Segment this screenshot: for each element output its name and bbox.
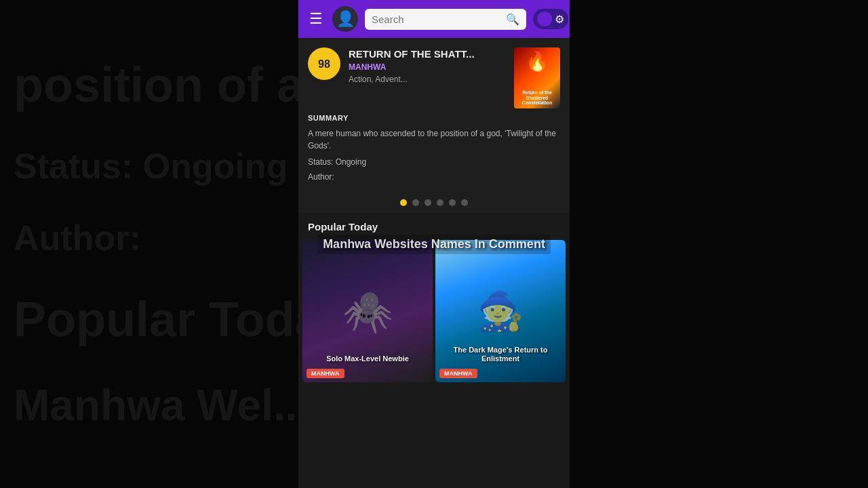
avatar-icon: 👤 — [336, 10, 355, 28]
navbar: ☰ 👤 🔍 ⚙ — [298, 0, 570, 38]
manga-grid: 🕷️ Solo Max-Level Newbie MANHWA 🧙 The Da… — [298, 240, 570, 382]
gear-icon: ⚙ — [555, 13, 564, 26]
cover-fire-icon: 🔥 — [526, 50, 549, 73]
left-dim-overlay — [0, 0, 298, 488]
summary-text: A mere human who ascended to the positio… — [308, 127, 560, 152]
manga-card-title-2: The Dark Mage's Return to Enlistment — [435, 346, 566, 363]
popular-section: Popular Today Manhwa Websites Names In C… — [298, 213, 570, 488]
manga-card-1[interactable]: 🕷️ Solo Max-Level Newbie MANHWA — [302, 240, 433, 382]
menu-icon[interactable]: ☰ — [307, 7, 326, 30]
toggle-dot — [537, 12, 552, 26]
manga-card-title-1: Solo Max-Level Newbie — [302, 354, 433, 363]
search-icon: 🔍 — [506, 13, 519, 26]
manga-badge-1: MANHWA — [307, 369, 344, 378]
popular-header: Popular Today — [298, 213, 570, 240]
featured-genres: Action, Advent... — [349, 75, 506, 84]
summary-label: SUMMARY — [308, 114, 560, 122]
featured-info: RETURN OF THE SHATT... MANHWA Action, Ad… — [349, 47, 506, 84]
carousel-dot-6[interactable] — [461, 199, 468, 206]
rating-number: 98 — [318, 58, 330, 70]
right-dim-overlay — [570, 0, 868, 488]
rating-badge: ★ 98 — [308, 47, 340, 80]
featured-top: ★ 98 RETURN OF THE SHATT... MANHWA Actio… — [308, 47, 560, 108]
carousel-dot-1[interactable] — [400, 199, 407, 206]
featured-title: RETURN OF THE SHATT... — [349, 47, 506, 61]
manga-card-2[interactable]: 🧙 The Dark Mage's Return to Enlistment M… — [435, 240, 566, 382]
carousel-dot-2[interactable] — [412, 199, 419, 206]
featured-type: MANHWA — [349, 62, 506, 72]
theme-toggle[interactable]: ⚙ — [533, 9, 568, 29]
search-input[interactable] — [372, 14, 500, 25]
manga-badge-2: MANHWA — [439, 369, 477, 378]
author-text: Author: — [308, 172, 560, 182]
popular-title: Popular Today — [308, 221, 378, 232]
featured-card[interactable]: ★ 98 RETURN OF THE SHATT... MANHWA Actio… — [298, 38, 570, 191]
avatar[interactable]: 👤 — [332, 6, 358, 32]
featured-cover[interactable]: 🔥 Return of the Shattered Constellation — [514, 47, 560, 108]
status-text: Status: Ongoing — [308, 157, 560, 167]
carousel-dot-5[interactable] — [449, 199, 456, 206]
carousel-dots — [298, 191, 570, 213]
app-container: ☰ 👤 🔍 ⚙ ★ 98 RETURN OF THE SHATT... MANH… — [298, 0, 570, 488]
carousel-dot-3[interactable] — [425, 199, 431, 206]
carousel-dot-4[interactable] — [437, 199, 443, 206]
cover-text: Return of the Shattered Constellation — [515, 90, 559, 106]
search-bar[interactable]: 🔍 — [365, 9, 526, 30]
